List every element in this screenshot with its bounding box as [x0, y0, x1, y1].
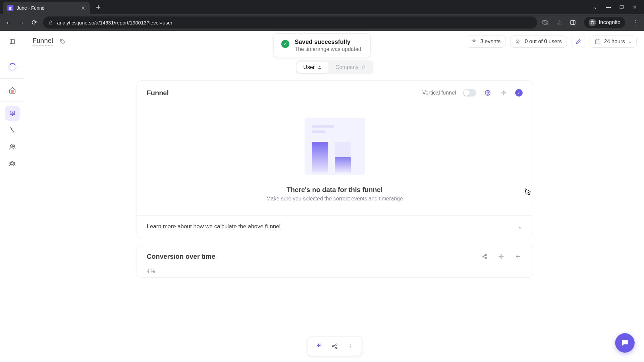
tab-favicon — [7, 5, 13, 11]
sidebar — [0, 31, 25, 362]
svg-line-45 — [333, 347, 336, 348]
add-button[interactable]: ＋ — [513, 252, 523, 261]
svg-rect-30 — [504, 93, 506, 94]
new-tab-button[interactable]: ＋ — [95, 2, 102, 12]
events-chip[interactable]: 3 events — [466, 36, 505, 48]
svg-rect-37 — [498, 256, 501, 257]
segment-user[interactable]: User — [297, 62, 328, 73]
browser-back-button[interactable]: ← — [5, 19, 13, 26]
svg-rect-28 — [501, 93, 503, 94]
app: Funnel 3 events 0 out of 0 users — [0, 31, 644, 362]
share-button[interactable] — [328, 340, 341, 353]
window-controls: ⌄ — ❐ ✕ — [593, 4, 641, 10]
ai-sparkle-button[interactable] — [312, 340, 325, 353]
svg-point-40 — [320, 344, 321, 345]
svg-point-19 — [519, 40, 520, 41]
slack-button[interactable] — [496, 252, 506, 261]
timerange-label: 24 hours — [604, 39, 625, 45]
chevron-down-icon: ⌄ — [518, 223, 523, 230]
browser-menu-button[interactable]: ⋮ — [631, 18, 639, 26]
svg-rect-0 — [49, 22, 52, 24]
edit-button[interactable] — [572, 35, 585, 48]
help-chat-button[interactable] — [615, 333, 635, 353]
url-text: analytics.june.so/a/14631/report/190013?… — [57, 20, 172, 25]
sparkle-icon — [315, 343, 322, 350]
vertical-funnel-toggle[interactable] — [463, 89, 476, 97]
sidebar-home-button[interactable] — [5, 83, 20, 98]
learn-more-label: Learn more about how we calculate the ab… — [147, 223, 281, 230]
svg-point-16 — [14, 162, 15, 164]
sparkle-icon — [471, 39, 477, 45]
sidebar-divider — [0, 78, 25, 79]
window-minimize-button[interactable]: — — [606, 4, 611, 10]
svg-point-24 — [319, 66, 321, 67]
svg-point-18 — [517, 40, 519, 41]
more-menu-button[interactable]: ⋮ — [344, 340, 358, 353]
browser-forward-button[interactable]: → — [17, 19, 25, 26]
tab-title: June - Funnel — [17, 5, 77, 11]
sidebar-users-button[interactable] — [5, 139, 20, 154]
slack-button[interactable] — [499, 88, 508, 98]
check-icon: ✓ — [515, 89, 523, 97]
main-content: Funnel 3 events 0 out of 0 users — [25, 31, 644, 362]
content-area: User Company Funnel Vertical funnel — [25, 52, 644, 362]
sidebar-divider — [0, 102, 25, 102]
conversion-card-title: Conversion over time — [147, 253, 216, 260]
slack-icon — [498, 253, 504, 259]
incognito-pill[interactable]: Incognito — [584, 17, 625, 28]
tab-close-button[interactable]: ✕ — [81, 5, 85, 11]
users-label: 0 out of 0 users — [525, 39, 561, 45]
svg-rect-38 — [500, 257, 501, 259]
empty-state-subtitle: Make sure you selected the correct event… — [266, 196, 403, 202]
timerange-chip[interactable]: 24 hours ⌄ — [590, 36, 637, 48]
users-icon — [515, 39, 521, 45]
floating-toolbar: ⋮ — [308, 337, 362, 356]
sidebar-reports-button[interactable] — [5, 106, 20, 121]
users-chip[interactable]: 0 out of 0 users — [510, 36, 567, 48]
sidebar-events-button[interactable] — [5, 123, 20, 137]
saved-check-badge: ✓ — [515, 89, 523, 97]
slack-icon — [501, 90, 507, 96]
bookmark-star-icon[interactable]: ☆ — [556, 18, 564, 26]
tag-icon[interactable] — [60, 39, 66, 45]
sidebar-collapse-button[interactable] — [5, 34, 20, 49]
svg-line-44 — [333, 345, 336, 346]
calendar-icon — [595, 39, 601, 45]
vertical-funnel-label: Vertical funnel — [422, 90, 456, 96]
browser-chrome: June - Funnel ✕ ＋ ⌄ — ❐ ✕ ← → ⟳ analytic… — [0, 0, 644, 31]
eye-off-icon[interactable] — [542, 19, 550, 26]
chat-icon — [621, 339, 629, 347]
funnel-empty-state: There's no data for this funnel Make sur… — [137, 101, 533, 215]
url-bar[interactable]: analytics.june.so/a/14631/report/190013?… — [43, 16, 537, 28]
svg-rect-20 — [595, 40, 600, 44]
svg-rect-39 — [501, 256, 503, 257]
address-bar: ← → ⟳ analytics.june.so/a/14631/report/1… — [0, 14, 644, 31]
share-link-button[interactable] — [480, 252, 489, 261]
conversion-card-header: Conversion over time ＋ — [137, 244, 533, 268]
browser-tab[interactable]: June - Funnel ✕ — [3, 2, 90, 15]
svg-line-34 — [483, 255, 485, 256]
window-dropdown-icon[interactable]: ⌄ — [593, 4, 597, 10]
tab-bar: June - Funnel ✕ ＋ ⌄ — ❐ ✕ — [0, 0, 644, 14]
learn-more-row[interactable]: Learn more about how we calculate the ab… — [137, 215, 533, 238]
sidebar-groups-button[interactable] — [5, 156, 20, 171]
incognito-label: Incognito — [599, 19, 621, 25]
svg-point-13 — [13, 145, 15, 146]
page-title[interactable]: Funnel — [33, 37, 53, 46]
public-link-button[interactable] — [483, 88, 492, 98]
lock-icon — [48, 20, 53, 25]
empty-state-title: There's no data for this funnel — [287, 186, 383, 194]
level-segmented: User Company — [296, 60, 373, 74]
events-label: 3 events — [480, 39, 500, 45]
toggle-knob — [464, 90, 470, 96]
window-close-button[interactable]: ✕ — [633, 4, 637, 10]
segment-company: Company — [329, 62, 372, 73]
window-maximize-button[interactable]: ❐ — [620, 4, 624, 10]
side-panel-icon[interactable] — [570, 19, 578, 25]
svg-rect-2 — [571, 20, 575, 24]
kebab-icon: ⋮ — [347, 342, 354, 350]
svg-line-35 — [483, 257, 485, 258]
browser-reload-button[interactable]: ⟳ — [30, 18, 38, 26]
success-check-icon: ✓ — [281, 40, 289, 48]
funnel-card-header: Funnel Vertical funnel ✓ — [137, 81, 533, 101]
